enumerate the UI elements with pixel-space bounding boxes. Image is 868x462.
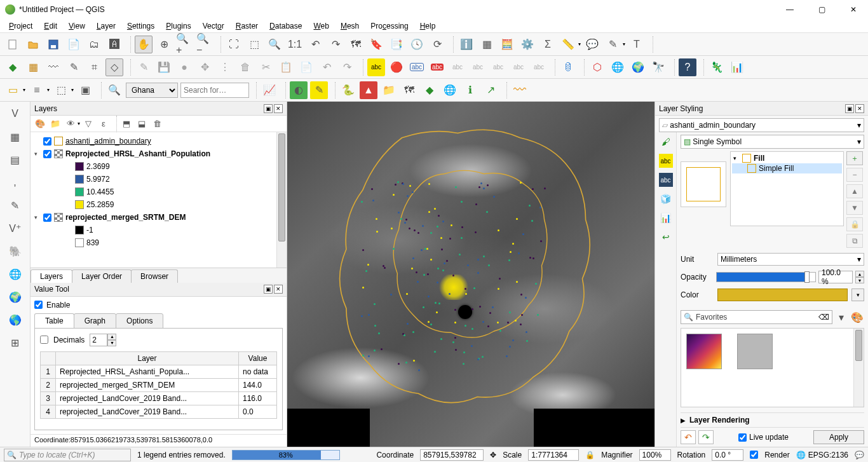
layer-style-icon[interactable]: 🎨 — [33, 117, 47, 131]
menu-database[interactable]: Database — [264, 20, 307, 32]
label-hide-icon[interactable]: abc — [428, 58, 446, 76]
ls-cat-symbology-icon[interactable]: 🖌 — [659, 135, 673, 149]
gradient-swatch-2[interactable] — [737, 334, 773, 369]
opacity-slider[interactable] — [716, 272, 816, 282]
label-tool-c-icon[interactable]: abc — [489, 58, 507, 76]
messages-icon[interactable]: 💬 — [855, 451, 864, 459]
layer-add-group-icon[interactable]: 📁 — [48, 117, 62, 131]
label-tool-b-icon[interactable]: abc — [469, 58, 487, 76]
layer-row[interactable]: 5.9972 — [32, 173, 285, 186]
layer-visibility-checkbox[interactable] — [43, 150, 51, 158]
label-icon[interactable]: abc — [367, 58, 385, 76]
layer-row[interactable]: 10.4455 — [32, 186, 285, 198]
ls-cat-labels-icon[interactable]: abc — [659, 154, 673, 168]
text-annotation-icon[interactable]: T — [628, 36, 646, 53]
save-edits-icon[interactable]: 💾 — [155, 58, 173, 76]
ls-layer-selector[interactable]: ▱ ashanti_admin_boundary ▾ — [659, 118, 864, 132]
table-row[interactable]: 3reprojected_LandCover_2019 Band...116.0 — [41, 391, 277, 405]
tree-toggle-icon[interactable]: ▾ — [34, 214, 41, 221]
tab-browser[interactable]: Browser — [131, 269, 178, 283]
tab-layers[interactable]: Layers — [31, 269, 72, 283]
globe-icon[interactable]: 🌐 — [441, 81, 459, 99]
vertex-tool-icon[interactable]: ◇ — [105, 58, 123, 76]
ls-cat-diagrams-icon[interactable]: 📊 — [659, 211, 673, 225]
close-button[interactable]: ✕ — [844, 5, 863, 14]
pan-icon[interactable]: ✋ — [135, 36, 153, 53]
vt-decimals-checkbox[interactable] — [40, 336, 48, 344]
layer-visibility-checkbox[interactable] — [43, 214, 51, 222]
live-update-toggle[interactable]: Live update — [738, 433, 789, 442]
symbol-favorites-search[interactable]: 🔍 Favorites ⌫ — [681, 310, 832, 324]
scp-yellow-icon[interactable]: ✎ — [310, 81, 328, 99]
osm-settings-icon[interactable]: 🌍 — [629, 58, 647, 76]
ls-close-icon[interactable]: ✕ — [855, 104, 864, 113]
menu-web[interactable]: Web — [308, 20, 334, 32]
zoom-last-icon[interactable]: ↶ — [306, 36, 324, 53]
zoom-full-icon[interactable]: ⛶ — [225, 36, 243, 53]
python-console-icon[interactable]: 🐍 — [339, 81, 357, 99]
new-map-view-icon[interactable]: 🗺 — [347, 36, 365, 53]
deselect-icon[interactable]: ⬚ — [52, 81, 70, 99]
map-canvas[interactable] — [287, 102, 654, 447]
symbol-tree-fill[interactable]: ▾ Fill — [732, 153, 842, 163]
layer-visibility-icon[interactable]: 👁 — [64, 117, 78, 131]
opacity-value-input[interactable]: 100.0 % — [818, 271, 853, 283]
ls-undo-button[interactable]: ↶ — [681, 430, 696, 444]
live-update-checkbox[interactable] — [738, 433, 747, 442]
measure-icon[interactable]: 📏 — [559, 36, 577, 53]
render-checkbox[interactable] — [750, 451, 758, 459]
gradient-swatch-1[interactable] — [686, 334, 722, 369]
ls-redo-button[interactable]: ↷ — [698, 430, 714, 444]
plugin-red-icon[interactable]: ▲ — [360, 81, 377, 99]
rotation-input[interactable] — [712, 449, 743, 461]
measure-dropdown-icon[interactable]: ▾ — [578, 41, 581, 47]
plugin-green-icon[interactable]: ◆ — [421, 81, 438, 99]
vt-tab-graph[interactable]: Graph — [74, 313, 116, 329]
label-tool-e-icon[interactable]: abc — [530, 58, 548, 76]
add-wcs-icon[interactable]: 🌍 — [6, 287, 25, 306]
symbol-remove-button[interactable]: − — [846, 168, 863, 182]
ls-cat-3d-icon[interactable]: 🧊 — [659, 192, 673, 206]
add-xyz-icon[interactable]: ⊞ — [6, 333, 25, 352]
add-spatialite-icon[interactable]: ✎ — [6, 196, 25, 215]
add-vector-icon[interactable]: ◆ — [4, 58, 22, 76]
layers-undock-icon[interactable]: ▣ — [264, 104, 273, 113]
statistics-icon[interactable]: Σ — [539, 36, 557, 53]
select-by-expression-icon[interactable]: ≡ — [28, 81, 46, 99]
style-manager-icon[interactable]: 🅰 — [105, 36, 123, 53]
layers-close-icon[interactable]: ✕ — [274, 104, 283, 113]
symbol-tree-simple-fill[interactable]: Simple Fill — [732, 163, 842, 173]
layers-tree[interactable]: ashanti_admin_boundary▾Reprojected_HRSL_… — [31, 132, 287, 268]
zoom-selection-icon[interactable]: ⬚ — [245, 36, 263, 53]
new-bookmark-icon[interactable]: 🔖 — [367, 36, 385, 53]
style-manager-shortcut-icon[interactable]: 🎨 — [850, 310, 864, 324]
unit-select[interactable]: Millimeters ▾ — [717, 253, 864, 266]
plugin-b-icon[interactable]: 📊 — [728, 58, 746, 76]
menu-plugins[interactable]: Plugins — [161, 20, 196, 32]
add-wfs-icon[interactable]: 🌎 — [6, 310, 25, 329]
layer-filter-icon[interactable]: ▽ — [81, 117, 95, 131]
coord-input[interactable] — [420, 449, 484, 461]
layer-expand-icon[interactable]: ⬒ — [119, 117, 133, 131]
database-manager-icon[interactable]: 🛢 — [559, 58, 577, 76]
fav-menu-button[interactable]: ▾ — [835, 310, 848, 324]
menu-raster[interactable]: Raster — [231, 20, 263, 32]
layer-row[interactable]: -1 — [32, 224, 285, 236]
ls-cat-masks-icon[interactable]: abc — [659, 173, 673, 187]
geocoder-search-input[interactable] — [180, 83, 249, 98]
menu-mesh[interactable]: Mesh — [336, 20, 364, 32]
identify-icon[interactable]: ℹ️ — [458, 36, 475, 53]
vt-tab-table[interactable]: Table — [34, 313, 74, 329]
add-raster-layer-icon[interactable]: ▦ — [6, 127, 25, 146]
layer-row[interactable]: ▾Reprojected_HRSL_Ashanti_Population — [32, 147, 285, 160]
osm-polygon-icon[interactable]: ⬡ — [588, 58, 606, 76]
table-row[interactable]: 1Reprojected_HRSL_Ashanti_Popula...no da… — [41, 365, 277, 378]
cut-icon[interactable]: ✂ — [257, 58, 275, 76]
symbol-layer-tree[interactable]: ▾ Fill Simple Fill — [730, 151, 844, 226]
add-wms-icon[interactable]: 🌐 — [6, 264, 25, 283]
expr-dropdown-icon[interactable]: ▾ — [47, 87, 50, 93]
layer-visibility-checkbox[interactable] — [43, 137, 51, 146]
osm-download-icon[interactable]: 🌐 — [609, 58, 627, 76]
toggle-edit-icon[interactable]: ✎ — [135, 58, 153, 76]
zoom-out-icon[interactable]: 🔍− — [196, 36, 214, 53]
